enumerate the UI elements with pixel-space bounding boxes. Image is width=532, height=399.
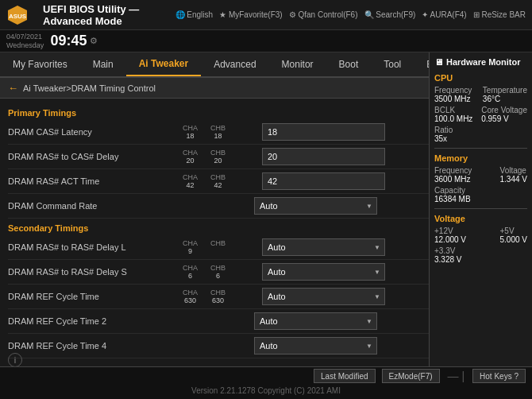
label-dram-ras-act: DRAM RAS# ACT Time (8, 176, 183, 186)
version-text: Version 2.21.1278 Copyright (C) 2021 AMI (0, 385, 532, 399)
select-wrapper-ras-ras-s: Auto (262, 263, 385, 281)
datetime-bar: 04/07/2021 Wednesday 09:45 ⚙ (0, 30, 532, 52)
nav-main[interactable]: Main (80, 52, 126, 76)
hw-voltage-section: Voltage (434, 214, 527, 223)
main-layout: ← Ai Tweaker>DRAM Timing Control Primary… (0, 78, 532, 399)
back-button[interactable]: ← (8, 82, 18, 94)
language-link[interactable]: 🌐 English (175, 10, 214, 19)
channel-info-cas: CHA 18 CHB 18 (183, 124, 254, 140)
select-wrapper-ras-ras-l: Auto (262, 238, 385, 256)
select-wrapper-ref-cycle-4: Auto (254, 337, 377, 354)
settings-icon[interactable]: ⚙ (90, 36, 98, 46)
select-dram-ref-cycle-4[interactable]: Auto (254, 337, 377, 354)
breadcrumb-path: Ai Tweaker>DRAM Timing Control (23, 83, 156, 93)
label-dram-ref-cycle: DRAM REF Cycle Time (8, 292, 183, 301)
search-link[interactable]: 🔍 Search(F9) (364, 10, 416, 19)
channel-b-cas: CHB 18 (210, 124, 226, 140)
select-wrapper-ref-cycle: Auto (262, 288, 385, 305)
hw-mem-freq-volt: Frequency 3600 MHz Voltage 1.344 V (434, 166, 527, 184)
hw-cpu-section: CPU (434, 73, 527, 83)
info-button[interactable]: i (8, 353, 22, 367)
channel-info-ras-cas: CHA 20 CHB 20 (183, 149, 254, 165)
label-dram-ref-cycle-2: DRAM REF Cycle Time 2 (8, 316, 183, 326)
channel-a-cas: CHA 18 (183, 124, 198, 140)
channel-info-ras-ras-s: CHA 6 CHB 6 (183, 264, 254, 280)
label-dram-ras-cas-delay: DRAM RAS# to CAS# Delay (8, 152, 183, 161)
select-dram-ref-cycle[interactable]: Auto (262, 288, 385, 305)
nav-monitor[interactable]: Monitor (269, 52, 326, 76)
label-dram-ref-cycle-4: DRAM REF Cycle Time 4 (8, 341, 183, 351)
select-dram-ref-cycle-2[interactable]: Auto (254, 312, 377, 330)
select-dram-ras-ras-s[interactable]: Auto (262, 263, 385, 281)
hw-divider-2 (434, 208, 527, 209)
nav-advanced[interactable]: Advanced (201, 52, 268, 76)
label-dram-ras-ras-l: DRAM RAS# to RAS# Delay L (8, 242, 183, 252)
resize-bar-link[interactable]: ⊞ ReSize BAR (473, 10, 526, 19)
channel-info-ras-act: CHA 42 CHB 42 (183, 173, 254, 189)
select-dram-command-rate[interactable]: Auto 1T 2T (254, 197, 377, 215)
myfavorite-link[interactable]: ★ MyFavorite(F3) (219, 10, 283, 19)
asus-logo-icon: ASUS (6, 4, 29, 26)
hw-divider-1 (434, 148, 527, 149)
label-dram-ras-ras-s: DRAM RAS# to RAS# Delay S (8, 267, 183, 277)
time-display: 09:45 (50, 33, 87, 49)
nav-tool[interactable]: Tool (371, 52, 414, 76)
hw-cpu-freq-temp: Frequency 3500 MHz Temperature 36°C (434, 86, 527, 103)
label-dram-command-rate: DRAM Command Rate (8, 201, 183, 211)
aura-link[interactable]: ✦ AURA(F4) (422, 10, 466, 19)
logo: ASUS (6, 4, 35, 26)
hardware-monitor-panel: 🖥 Hardware Monitor CPU Frequency 3500 MH… (429, 52, 532, 375)
monitor-icon: 🖥 (434, 57, 443, 67)
nav-ai-tweaker[interactable]: Ai Tweaker (126, 52, 201, 76)
header: ASUS UEFI BIOS Utility — Advanced Mode 🌐… (0, 0, 532, 30)
separator-icon: — | (446, 370, 467, 382)
nav-my-favorites[interactable]: My Favorites (0, 52, 80, 76)
app-title: UEFI BIOS Utility — Advanced Mode (43, 3, 175, 27)
hw-mem-capacity: Capacity 16384 MB (434, 186, 527, 203)
hw-ratio: Ratio 35x (434, 126, 527, 143)
select-dram-ras-ras-l[interactable]: Auto (262, 238, 385, 256)
date-display: 04/07/2021 Wednesday (6, 33, 44, 50)
input-dram-ras-act[interactable] (262, 172, 385, 190)
footer-buttons: Last Modified EzMode(F7) — | Hot Keys ? (0, 367, 532, 385)
hw-3v3: +3.3V 3.328 V (434, 246, 527, 264)
hw-memory-section: Memory (434, 153, 527, 163)
input-dram-ras-cas[interactable] (262, 148, 385, 165)
select-wrapper-cmd-rate: Auto 1T 2T (254, 197, 377, 215)
label-dram-cas-latency: DRAM CAS# Latency (8, 127, 183, 137)
input-dram-cas[interactable] (262, 123, 385, 141)
nav-boot[interactable]: Boot (326, 52, 372, 76)
qfan-link[interactable]: ⚙ Qfan Control(F6) (289, 10, 358, 19)
header-info: 🌐 English ★ MyFavorite(F3) ⚙ Qfan Contro… (175, 10, 526, 19)
channel-info-ref-cycle: CHA 630 CHB 630 (183, 289, 254, 304)
hot-keys-button[interactable]: Hot Keys ? (472, 369, 526, 383)
hw-12v-5v: +12V 12.000 V +5V 5.000 V (434, 227, 527, 244)
channel-info-ras-ras-l: CHA 9 CHB (183, 239, 254, 255)
hw-monitor-title: 🖥 Hardware Monitor (434, 57, 527, 67)
svg-text:ASUS: ASUS (9, 13, 27, 20)
select-wrapper-ref-cycle-2: Auto (254, 312, 377, 330)
hw-bclk-corevolt: BCLK 100.0 MHz Core Voltage 0.959 V (434, 106, 527, 123)
ezmode-button[interactable]: EzMode(F7) (382, 369, 440, 383)
footer: Last Modified EzMode(F7) — | Hot Keys ? … (0, 366, 532, 399)
last-modified-button[interactable]: Last Modified (314, 369, 375, 383)
